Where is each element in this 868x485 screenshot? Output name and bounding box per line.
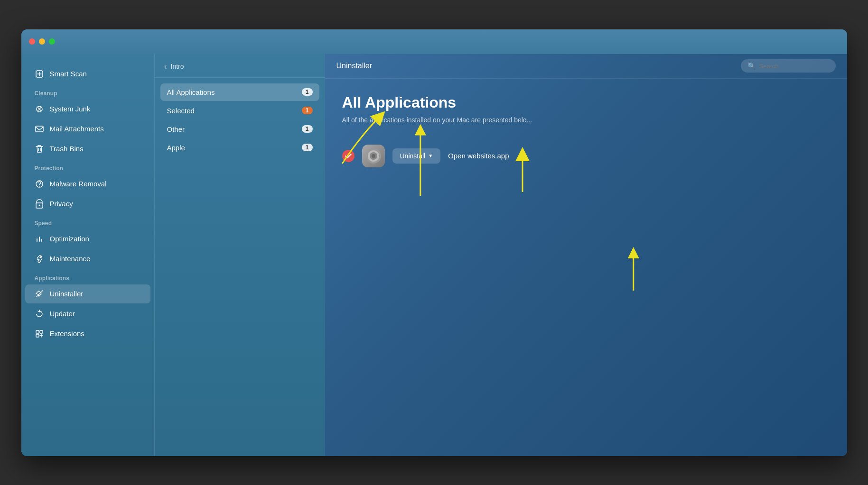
search-input[interactable] [759, 63, 829, 70]
extensions-icon [35, 329, 44, 339]
close-button[interactable] [29, 38, 35, 45]
sidebar-item-malware-removal[interactable]: Malware Removal [25, 174, 150, 193]
sidebar-item-label: Trash Bins [50, 145, 84, 153]
sidebar-item-label: Smart Scan [50, 70, 87, 78]
main-header: Uninstaller 🔍 [325, 54, 847, 79]
main-title: Uninstaller [336, 62, 373, 70]
category-badge: 1 [302, 125, 313, 133]
category-label: Other [167, 125, 185, 133]
sidebar-item-trash-bins[interactable]: Trash Bins [25, 139, 150, 158]
minimize-button[interactable] [39, 38, 45, 45]
sidebar-item-label: System Junk [50, 105, 91, 113]
back-button[interactable]: ‹ [164, 62, 167, 72]
svg-rect-2 [36, 126, 43, 132]
section-label-speed: Speed [21, 214, 154, 229]
sidebar-item-optimization[interactable]: Optimization [25, 229, 150, 248]
page-desc: All of the applications installed on you… [342, 116, 830, 124]
middle-header: ‹ Intro [155, 54, 325, 78]
sidebar-item-label: Optimization [50, 235, 89, 243]
sidebar-item-label: Maintenance [50, 255, 91, 263]
category-badge: 1 [302, 88, 313, 96]
svg-point-4 [39, 186, 40, 187]
sidebar-item-system-junk[interactable]: System Junk [25, 100, 150, 119]
sidebar-item-updater[interactable]: Updater [25, 304, 150, 323]
malware-icon [35, 179, 44, 189]
app-checkbox[interactable] [342, 150, 355, 162]
app-row: Uninstall ▼ Open websites.app [342, 139, 830, 173]
sidebar: Smart Scan Cleanup System Junk [21, 54, 154, 456]
chevron-left-icon: ‹ [164, 62, 167, 72]
category-label: Selected [167, 107, 195, 115]
back-label: Intro [171, 63, 184, 70]
main-content: All Applications All of the applications… [325, 79, 847, 456]
svg-rect-7 [36, 330, 39, 333]
mail-icon [35, 124, 44, 134]
category-badge: 1 [302, 107, 313, 114]
checkmark-icon [345, 154, 352, 158]
sidebar-item-smart-scan[interactable]: Smart Scan [25, 64, 150, 83]
search-icon: 🔍 [747, 62, 756, 70]
trash-icon [35, 144, 44, 154]
optimization-icon [35, 234, 44, 244]
svg-rect-8 [40, 330, 43, 333]
sidebar-item-uninstaller[interactable]: Uninstaller [25, 284, 150, 303]
privacy-icon [35, 199, 44, 209]
uninstaller-icon [35, 289, 44, 299]
sidebar-item-extensions[interactable]: Extensions [25, 324, 150, 343]
main-window: Smart Scan Cleanup System Junk [21, 29, 847, 456]
search-box[interactable]: 🔍 [741, 59, 836, 73]
maximize-button[interactable] [49, 38, 55, 45]
titlebar [21, 29, 847, 54]
svg-point-15 [372, 154, 375, 158]
system-junk-icon [35, 104, 44, 114]
category-list: All Applications 1 Selected 1 Other 1 Ap… [155, 78, 325, 162]
app-icon [362, 145, 385, 167]
section-label-applications: Applications [21, 269, 154, 284]
sidebar-item-label: Privacy [50, 200, 73, 208]
sidebar-item-mail-attachments[interactable]: Mail Attachments [25, 119, 150, 138]
window-body: Smart Scan Cleanup System Junk [21, 54, 847, 456]
category-other[interactable]: Other 1 [160, 120, 319, 138]
sidebar-item-label: Uninstaller [50, 290, 84, 298]
sidebar-item-label: Mail Attachments [50, 125, 104, 133]
category-label: All Applications [167, 88, 215, 96]
sidebar-item-label: Malware Removal [50, 180, 107, 188]
maintenance-icon [35, 254, 44, 264]
middle-panel: ‹ Intro All Applications 1 Selected 1 Ot… [154, 54, 325, 456]
section-label-cleanup: Cleanup [21, 84, 154, 99]
dropdown-arrow-icon: ▼ [428, 153, 433, 158]
category-selected[interactable]: Selected 1 [160, 102, 319, 119]
category-all-applications[interactable]: All Applications 1 [160, 83, 319, 101]
updater-icon [35, 309, 44, 319]
section-label-protection: Protection [21, 159, 154, 174]
category-badge: 1 [302, 144, 313, 151]
uninstall-button[interactable]: Uninstall ▼ [392, 148, 441, 164]
sidebar-item-privacy[interactable]: Privacy [25, 194, 150, 213]
main-panel: Uninstaller 🔍 All Applications All of th… [325, 54, 847, 456]
svg-point-6 [38, 204, 40, 206]
category-label: Apple [167, 144, 185, 152]
sidebar-item-maintenance[interactable]: Maintenance [25, 249, 150, 268]
open-app-label: Open websites.app [448, 152, 509, 160]
sidebar-item-label: Extensions [50, 329, 84, 338]
category-apple[interactable]: Apple 1 [160, 139, 319, 156]
page-heading: All Applications [342, 94, 830, 111]
svg-rect-9 [36, 334, 39, 337]
uninstall-label: Uninstall [400, 152, 426, 160]
smart-scan-icon [35, 69, 44, 79]
sidebar-item-label: Updater [50, 310, 75, 318]
